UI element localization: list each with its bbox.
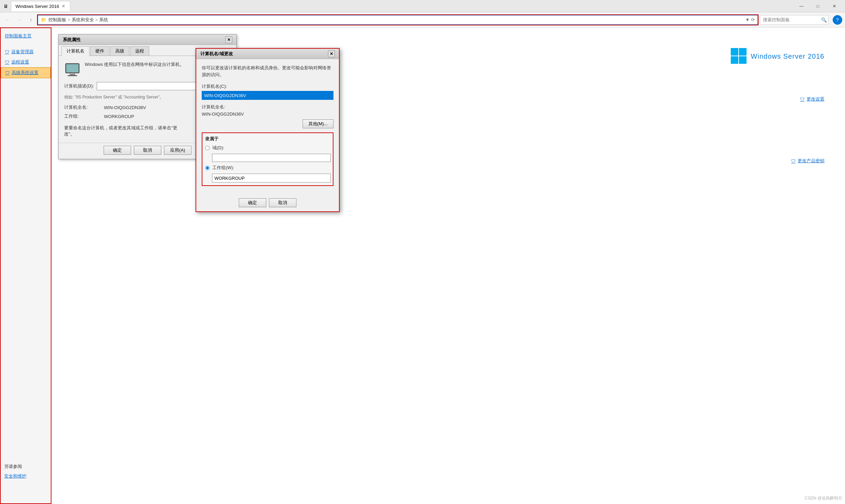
dropdown-arrow-icon[interactable]: ▼ [745,17,750,22]
full-name-static-value: WIN-OIQGG2DN36V [202,110,333,118]
tab-title: Windows Server 2016 [15,4,59,9]
search-input[interactable] [760,15,829,25]
domain-radio-row: 域(D): [205,145,330,151]
main-layout: 控制面板主页 🛡 设备管理器 🛡 远程设置 🛡 高级系统设置 另请参阅 安全和维… [0,27,845,504]
rename-ok-button[interactable]: 确定 [239,198,266,207]
svg-rect-5 [66,64,79,72]
domain-label: 域(D): [212,145,224,151]
workgroup-value: WORKGROUP [104,114,134,119]
help-button[interactable]: ? [833,15,842,25]
rename-dialog-title-text: 计算机名/域更改 [200,51,233,57]
dialog-title-text: 系统属性 [63,37,81,43]
full-name-group: 计算机全名: WIN-OIQGG2DN36V [202,104,333,118]
rename-dialog-desc: 你可以更改该计算机的名称和成员身份。更改可能会影响对网络资源的访问。 [202,65,333,78]
svg-rect-1 [739,48,747,56]
belongs-section: 隶属于 域(D): 工作组(W): [202,132,333,186]
forward-button[interactable]: → [14,15,24,25]
app-icon: 🖥 [3,3,9,9]
workgroup-radio-label: 工作组(W): [212,165,234,171]
remote-settings-icon: 🛡 [5,60,9,65]
change-settings-icon: 🛡 [800,97,805,102]
domain-input[interactable] [212,154,331,162]
computer-desc-label: 计算机描述(D): [64,83,94,89]
rename-dialog-close-button[interactable]: ✕ [328,50,335,57]
watermark: CSDN @追风醉明月 [805,495,842,501]
computer-name-group: 计算机名(C): [202,83,333,100]
close-button[interactable]: ✕ [826,1,842,11]
window-controls: — □ ✕ [794,1,842,11]
svg-rect-7 [68,75,77,76]
other-button[interactable]: 其他(M)... [303,119,333,128]
content-area: 查看有关计算机的基本信息 Windows Server 2016 🛡 更改设置 … [51,27,845,504]
sidebar-label-remote-settings: 远程设置 [11,59,29,65]
workgroup-radio-row: 工作组(W): [205,165,330,171]
browser-tab[interactable]: Windows Server 2016 ✕ [11,1,70,11]
sidebar-item-advanced-settings[interactable]: 🛡 高级系统设置 [1,67,51,78]
path-part-3[interactable]: 系统 [99,17,108,23]
rename-dialog-footer: 确定 取消 [196,196,339,211]
search-container: 🔍 [760,15,829,25]
other-button-container: 其他(M)... [202,119,333,128]
dialog-ok-button[interactable]: 确定 [104,146,131,155]
sidebar-label-advanced-settings: 高级系统设置 [12,70,38,76]
advanced-settings-icon: 🛡 [5,70,10,75]
change-settings-link[interactable]: 🛡 更改设置 [800,96,824,102]
dialog-title-bar: 系统属性 ✕ [59,35,236,45]
up-button[interactable]: ↑ [26,15,36,25]
title-bar: 🖥 Windows Server 2016 ✕ — □ ✕ [0,0,845,12]
change-product-key-link[interactable]: 🛡 更改产品密钥 [791,158,824,164]
dialog-apply-button[interactable]: 应用(A) [164,146,191,155]
sidebar-item-remote-settings[interactable]: 🛡 远程设置 [1,57,51,67]
address-path-text: 控制面板 > 系统和安全 > 系统 [48,17,108,23]
tab-remote[interactable]: 远程 [130,46,149,56]
belongs-title: 隶属于 [205,136,330,142]
sidebar-home[interactable]: 控制面板主页 [1,31,51,41]
windows-logo-area: Windows Server 2016 [731,48,824,65]
sidebar-security[interactable]: 安全和维护 [4,472,26,481]
tab-advanced[interactable]: 高级 [110,46,129,56]
computer-name-label: 计算机名(C): [202,83,333,90]
full-name-label: 计算机全名: [64,104,98,110]
sidebar-label-device-manager: 设备管理器 [11,49,34,55]
full-name-static-label: 计算机全名: [202,104,333,110]
windows-logo-text: Windows Server 2016 [751,52,824,60]
tab-close-button[interactable]: ✕ [61,4,66,9]
computer-name-input[interactable] [202,91,333,100]
svg-rect-0 [731,48,738,56]
workgroup-radio[interactable] [205,166,210,170]
sidebar-item-device-manager[interactable]: 🛡 设备管理器 [1,47,51,57]
change-product-label: 更改产品密钥 [798,158,824,164]
sidebar: 控制面板主页 🛡 设备管理器 🛡 远程设置 🛡 高级系统设置 另请参阅 安全和维… [0,27,51,504]
dialog-cancel-button[interactable]: 取消 [134,146,161,155]
rename-cancel-button[interactable]: 取消 [269,198,296,207]
path-part-1[interactable]: 控制面板 [48,17,66,23]
see-also-label: 另请参阅 [4,464,26,470]
rename-dialog: 计算机名/域更改 ✕ 你可以更改该计算机的名称和成员身份。更改可能会影响对网络资… [196,48,340,212]
tab-hardware[interactable]: 硬件 [90,46,109,56]
change-settings-label: 更改设置 [807,96,824,102]
address-bar: ← → ↑ 📁 控制面板 > 系统和安全 > 系统 ▼ ⟳ 🔍 ? [0,12,845,27]
maximize-button[interactable]: □ [810,1,826,11]
domain-radio[interactable] [205,146,210,150]
svg-rect-3 [739,56,747,64]
windows-logo-icon [731,48,747,65]
workgroup-label: 工作组: [64,113,98,119]
back-button[interactable]: ← [3,15,12,25]
workgroup-input[interactable] [212,174,331,183]
dialog-close-button[interactable]: ✕ [225,36,232,43]
device-manager-icon: 🛡 [5,49,9,55]
address-path-box[interactable]: 📁 控制面板 > 系统和安全 > 系统 ▼ ⟳ [38,15,758,25]
computer-icon [64,61,81,78]
svg-rect-6 [70,74,75,75]
change-product-icon: 🛡 [791,159,796,164]
svg-rect-2 [731,56,738,64]
path-part-2[interactable]: 系统和安全 [72,17,94,23]
rename-dialog-body: 你可以更改该计算机的名称和成员身份。更改可能会影响对网络资源的访问。 计算机名(… [196,59,339,196]
folder-icon: 📁 [41,17,46,22]
tab-computer-name[interactable]: 计算机名 [61,46,90,56]
full-name-value: WIN-OIQGG2DN36V [104,105,146,110]
rename-dialog-title-bar: 计算机名/域更改 ✕ [196,49,339,59]
minimize-button[interactable]: — [794,1,809,11]
search-icon[interactable]: 🔍 [820,16,827,23]
refresh-icon[interactable]: ⟳ [751,17,755,22]
